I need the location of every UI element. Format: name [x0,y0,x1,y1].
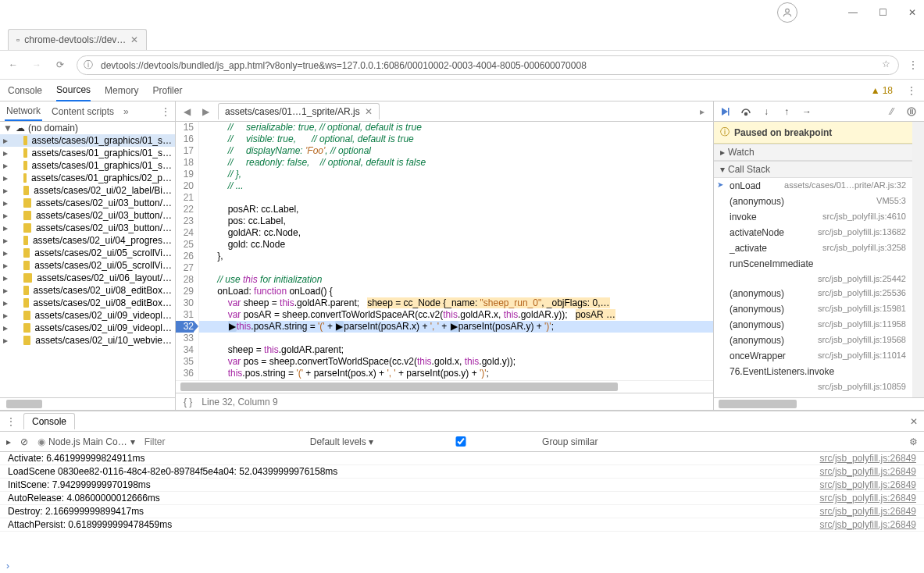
warning-count[interactable]: ▲ 18 [871,85,893,96]
expand-triangle-icon[interactable]: ▸ [3,235,8,246]
navigator-menu-icon[interactable]: ⋮ [161,106,170,117]
callstack-frame[interactable]: (anonymous)src/jsb_polyfill.js:25536 [714,286,912,301]
navigator-root[interactable]: ▼ ☁ (no domain) [0,122,175,134]
right-h-scrollbar[interactable] [714,397,924,410]
expand-triangle-icon[interactable]: ▸ [3,285,8,296]
tab-close-icon[interactable]: ✕ [130,34,138,45]
callstack-frame[interactable]: onceWrappersrc/jsb_polyfill.js:11014 [714,348,912,364]
expand-triangle-icon[interactable]: ▸ [3,260,8,271]
window-minimize-icon[interactable]: — [847,7,858,18]
drawer-tab-console[interactable]: Console [23,413,75,429]
expand-triangle-icon[interactable]: ▸ [3,210,8,221]
callstack-frame[interactable]: _activatesrc/jsb_polyfill.js:3258 [714,240,912,256]
step-out-icon[interactable]: ↑ [781,106,792,117]
callstack-frame[interactable]: (anonymous)src/jsb_polyfill.js:11958 [714,317,912,333]
callstack-frame[interactable]: activateNodesrc/jsb_polyfill.js:13682 [714,225,912,240]
navigator-h-scrollbar[interactable] [0,397,175,410]
log-level-selector[interactable]: Default levels ▾ [310,436,373,447]
navigator-folder[interactable]: ▸assets/cases/02_ui/03_button/… [0,222,175,234]
navigator-folder[interactable]: ▸assets/cases/02_ui/03_button/… [0,209,175,222]
resume-icon[interactable] [720,107,731,116]
navigator-folder[interactable]: ▸assets/cases/02_ui/05_scrollVi… [0,247,175,259]
navigator-folder[interactable]: ▸assets/cases/02_ui/03_button/… [0,197,175,209]
expand-triangle-icon[interactable]: ▸ [3,135,8,146]
callstack-frame[interactable]: (anonymous)VM55:3 [714,194,912,209]
navigator-folder[interactable]: ▸assets/cases/01_graphics/01_s… [0,134,175,147]
navigator-folder[interactable]: ▸assets/cases/02_ui/09_videopl… [0,322,175,334]
reload-icon[interactable]: ⟳ [53,59,67,70]
console-settings-icon[interactable]: ⚙ [909,436,918,447]
drawer-menu-icon[interactable]: ⋮ [6,416,16,427]
navigator-more-tabs-icon[interactable]: » [123,106,129,117]
callstack-frame[interactable]: (anonymous)src/jsb_polyfill.js:15981 [714,301,912,317]
devtools-tab-memory[interactable]: Memory [105,80,138,101]
navigator-tab-content-scripts[interactable]: Content scripts [50,103,116,120]
navigator-folder[interactable]: ▸assets/cases/01_graphics/01_s… [0,159,175,172]
navigator-folder[interactable]: ▸assets/cases/02_ui/09_videopl… [0,309,175,322]
console-prompt[interactable]: › [0,559,924,573]
group-similar-checkbox[interactable]: Group similar [383,436,598,447]
callstack-frame[interactable]: runSceneImmediate [714,256,912,272]
navigator-folder[interactable]: ▸assets/cases/01_graphics/01_s… [0,147,175,159]
navigator-folder[interactable]: ▸assets/cases/02_ui/08_editBox… [0,284,175,297]
callstack-frame[interactable]: src/jsb_polyfill.js:10859 [714,379,912,393]
drawer-close-icon[interactable]: ✕ [910,416,918,427]
devtools-tab-profiler[interactable]: Profiler [152,80,182,101]
log-source-link[interactable]: src/jsb_polyfill.js:26849 [820,466,916,477]
editor-file-tab[interactable]: assets/cases/01…1_sprite/AR.js ✕ [218,103,380,119]
devtools-tab-console[interactable]: Console [8,80,42,101]
expand-triangle-icon[interactable]: ▸ [3,272,8,283]
navigator-tab-network[interactable]: Network [5,102,42,121]
callstack-frame[interactable]: invokesrc/jsb_polyfill.js:4610 [714,209,912,225]
watch-section-header[interactable]: ▸ Watch [714,144,912,161]
expand-triangle-icon[interactable]: ▸ [3,148,8,158]
expand-triangle-icon[interactable]: ▸ [3,335,8,346]
console-filter-input[interactable] [144,436,301,447]
callstack-frame[interactable]: onLoadassets/cases/01…prite/AR.js:32 [714,178,912,194]
log-source-link[interactable]: src/jsb_polyfill.js:26849 [820,479,916,490]
editor-history-back-icon[interactable]: ◀ [180,106,193,117]
window-maximize-icon[interactable]: ☐ [877,7,888,18]
step-icon[interactable]: → [801,106,812,117]
user-avatar-icon[interactable] [777,2,797,23]
address-bar[interactable]: ⓘ devtools://devtools/bundled/js_app.htm… [77,55,899,75]
navigator-folder[interactable]: ▸assets/cases/02_ui/04_progres… [0,234,175,247]
step-into-icon[interactable]: ↓ [761,106,772,117]
navigator-folder[interactable]: ▸assets/cases/02_ui/05_scrollVi… [0,259,175,272]
expand-triangle-icon[interactable]: ▸ [3,222,8,233]
log-source-link[interactable]: src/jsb_polyfill.js:26849 [820,453,916,464]
expand-triangle-icon[interactable]: ▸ [3,198,8,208]
expand-triangle-icon[interactable]: ▸ [3,310,8,321]
expand-triangle-icon[interactable]: ▸ [3,185,8,196]
expand-triangle-icon[interactable]: ▸ [3,297,8,308]
line-number-gutter[interactable]: 1516171819202122232425262728293031323334… [176,122,199,380]
devtools-tab-sources[interactable]: Sources [56,80,91,101]
navigator-folder[interactable]: ▸assets/cases/02_ui/06_layout/… [0,272,175,284]
log-source-link[interactable]: src/jsb_polyfill.js:26849 [820,519,916,530]
site-info-icon[interactable]: ⓘ [84,59,93,72]
browser-menu-icon[interactable]: ⋮ [908,59,918,70]
devtools-menu-icon[interactable]: ⋮ [907,85,916,96]
browser-tab[interactable]: ▫ chrome-devtools://dev… ✕ [8,29,147,50]
close-icon[interactable]: ✕ [365,106,373,117]
log-source-link[interactable]: src/jsb_polyfill.js:26849 [820,506,916,517]
pause-exceptions-icon[interactable] [907,107,918,116]
editor-history-fwd-icon[interactable]: ▶ [199,106,212,117]
context-selector[interactable]: ◉ Node.js Main Co… ▾ [37,436,135,447]
callstack-frame[interactable]: 76.EventListeners.invoke [714,364,912,379]
step-over-icon[interactable] [740,107,751,116]
editor-h-scrollbar[interactable] [176,380,713,393]
expand-triangle-icon[interactable]: ▸ [3,247,8,258]
expand-triangle-icon[interactable]: ▸ [3,322,8,333]
bookmark-star-icon[interactable]: ☆ [882,59,890,69]
console-sidebar-toggle-icon[interactable]: ▸ [6,436,11,447]
navigator-folder[interactable]: ▸assets/cases/02_ui/10_webvie… [0,334,175,347]
editor-more-icon[interactable]: ▸ [696,106,708,117]
pretty-print-icon[interactable]: { } [184,397,192,408]
callstack-frame[interactable]: (anonymous)src/jsb_polyfill.js:19568 [714,333,912,348]
expand-triangle-icon[interactable]: ▸ [3,160,8,171]
log-source-link[interactable]: src/jsb_polyfill.js:26849 [820,493,916,504]
expand-triangle-icon[interactable]: ▸ [3,173,8,183]
right-v-scrollbar[interactable] [912,122,924,397]
clear-console-icon[interactable]: ⊘ [20,436,28,447]
